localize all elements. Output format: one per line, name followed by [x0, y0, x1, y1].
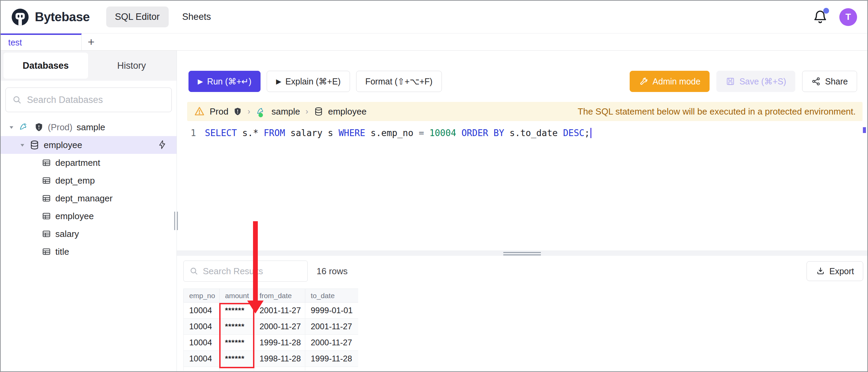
- sql-statement: SELECT s.* FROM salary s WHERE s.emp_no …: [205, 126, 591, 140]
- code-line[interactable]: 1 SELECT s.* FROM salary s WHERE s.emp_n…: [177, 126, 867, 140]
- cell-from-date: 1999-11-28: [254, 335, 305, 351]
- explain-button[interactable]: ▶ Explain (⌘+E): [267, 71, 350, 92]
- sql-token: salary s: [285, 128, 339, 138]
- editor-scrollbar[interactable]: [863, 127, 866, 133]
- search-databases-input[interactable]: [27, 95, 165, 105]
- table-name-label: title: [55, 247, 69, 257]
- sidebar-tabs: Databases History: [1, 51, 177, 81]
- add-tab-button[interactable]: +: [82, 34, 101, 50]
- run-button[interactable]: ▶ Run (⌘+↵): [188, 71, 261, 92]
- caret-down-icon[interactable]: [20, 143, 25, 148]
- search-results-input[interactable]: [203, 266, 317, 277]
- sql-token: =: [419, 128, 424, 138]
- tab-test[interactable]: test: [1, 34, 82, 50]
- play-icon: ▶: [276, 77, 281, 85]
- admin-mode-button[interactable]: Admin mode: [630, 71, 710, 92]
- chevron-right-icon: ›: [247, 107, 251, 116]
- cell-to-date: 2000-11-27: [305, 335, 359, 351]
- admin-mode-label: Admin mode: [653, 77, 700, 87]
- export-label: Export: [829, 266, 854, 276]
- share-icon: [811, 77, 821, 86]
- brand[interactable]: Bytebase: [11, 8, 90, 26]
- caret-down-icon[interactable]: [9, 125, 14, 130]
- share-button[interactable]: Share: [802, 71, 857, 92]
- main-panel: ▶ Run (⌘+↵) ▶ Explain (⌘+E) Format (⇧+⌥+…: [177, 51, 867, 372]
- cell-to-date: 1999-11-28: [305, 351, 359, 367]
- top-nav: SQL Editor Sheets: [106, 6, 220, 27]
- sql-token: *: [253, 128, 258, 138]
- connection-status-dot: [258, 113, 263, 117]
- save-icon: [726, 77, 735, 86]
- table-name-label: department: [55, 158, 100, 168]
- sql-token: s.: [237, 128, 253, 138]
- col-header-to-date[interactable]: to_date: [305, 289, 359, 303]
- table-icon: [42, 176, 51, 185]
- results-search[interactable]: [183, 261, 308, 282]
- notification-badge: [823, 8, 829, 14]
- warning-triangle-icon: [194, 106, 205, 117]
- table-header-row: emp_no amount from_date to_date: [184, 289, 359, 303]
- cell-from-date: 1998-11-28: [254, 351, 305, 367]
- tree-instance-sample[interactable]: (Prod) sample: [1, 118, 177, 136]
- cell-from-date: 2000-11-27: [254, 319, 305, 335]
- table-icon: [42, 211, 51, 221]
- col-header-emp-no[interactable]: emp_no: [184, 289, 220, 303]
- table-row[interactable]: 10004 ****** 1999-11-28 2000-11-27: [184, 335, 359, 351]
- table-row-partial[interactable]: [184, 367, 359, 371]
- editor-toolbar: ▶ Run (⌘+↵) ▶ Explain (⌘+E) Format (⇧+⌥+…: [177, 51, 867, 102]
- results-table: emp_no amount from_date to_date 10004 **…: [183, 289, 358, 371]
- tab-history[interactable]: History: [89, 53, 174, 79]
- explain-label: Explain (⌘+E): [285, 77, 341, 87]
- database-icon: [314, 107, 323, 116]
- shield-icon: [34, 122, 44, 132]
- sql-token: s.to_date: [504, 128, 563, 138]
- table-row[interactable]: 10004 ****** 2001-11-27 9999-01-01: [184, 303, 359, 319]
- instance-name-label: sample: [76, 122, 105, 133]
- line-number: 1: [177, 126, 196, 140]
- splitter-grip[interactable]: [503, 252, 541, 257]
- tree-table-salary[interactable]: salary: [1, 225, 177, 243]
- tab-databases[interactable]: Databases: [3, 53, 88, 79]
- tree-table-dept-manager[interactable]: dept_manager: [1, 189, 177, 207]
- format-button[interactable]: Format (⇧+⌥+F): [356, 71, 442, 92]
- sidebar: Databases History: [1, 51, 177, 372]
- save-label: Save (⌘+S): [739, 77, 786, 87]
- table-name-label: employee: [55, 211, 94, 222]
- breadcrumb-database[interactable]: sample: [271, 106, 300, 117]
- breadcrumb-table[interactable]: employee: [328, 106, 367, 117]
- brand-name: Bytebase: [35, 10, 90, 24]
- sql-token: ;: [585, 128, 590, 138]
- tree-table-department[interactable]: department: [1, 154, 177, 172]
- wrench-icon: [639, 77, 648, 86]
- bytebase-logo-icon: [11, 8, 29, 26]
- instance-env-label: (Prod): [48, 122, 72, 133]
- sql-token: [456, 128, 462, 138]
- table-row[interactable]: 10004 ****** 1998-11-28 1999-11-28: [184, 351, 359, 367]
- nav-sheets[interactable]: Sheets: [173, 6, 220, 27]
- tree-table-title[interactable]: title: [1, 243, 177, 261]
- table-icon: [42, 229, 51, 239]
- sql-token: DESC: [563, 128, 585, 138]
- sheet-tabstrip: test +: [1, 34, 867, 51]
- save-button[interactable]: Save (⌘+S): [716, 71, 795, 92]
- panel-splitter[interactable]: [177, 251, 867, 256]
- text-cursor: [590, 128, 591, 138]
- tree-database-employee[interactable]: employee: [1, 136, 177, 154]
- tree-table-dept-emp[interactable]: dept_emp: [1, 172, 177, 189]
- cell-emp-no: 10004: [184, 303, 220, 319]
- database-search[interactable]: [5, 88, 172, 112]
- table-row[interactable]: 10004 ****** 2000-11-27 2001-11-27: [184, 319, 359, 335]
- tree-table-employee[interactable]: employee: [1, 207, 177, 225]
- export-button[interactable]: Export: [807, 261, 863, 281]
- results-table-wrap: emp_no amount from_date to_date 10004 **…: [183, 289, 358, 371]
- cell-to-date: 2001-11-27: [305, 319, 359, 335]
- table-icon: [42, 247, 51, 256]
- share-label: Share: [825, 77, 848, 87]
- sql-editor[interactable]: 1 SELECT s.* FROM salary s WHERE s.emp_n…: [177, 121, 867, 251]
- protected-env-notice: The SQL statement below will be executed…: [578, 106, 856, 117]
- notifications-button[interactable]: [813, 9, 828, 25]
- avatar[interactable]: T: [839, 8, 857, 26]
- lightning-icon[interactable]: [157, 140, 167, 149]
- nav-sql-editor[interactable]: SQL Editor: [106, 6, 169, 27]
- breadcrumb-env[interactable]: Prod: [210, 106, 228, 117]
